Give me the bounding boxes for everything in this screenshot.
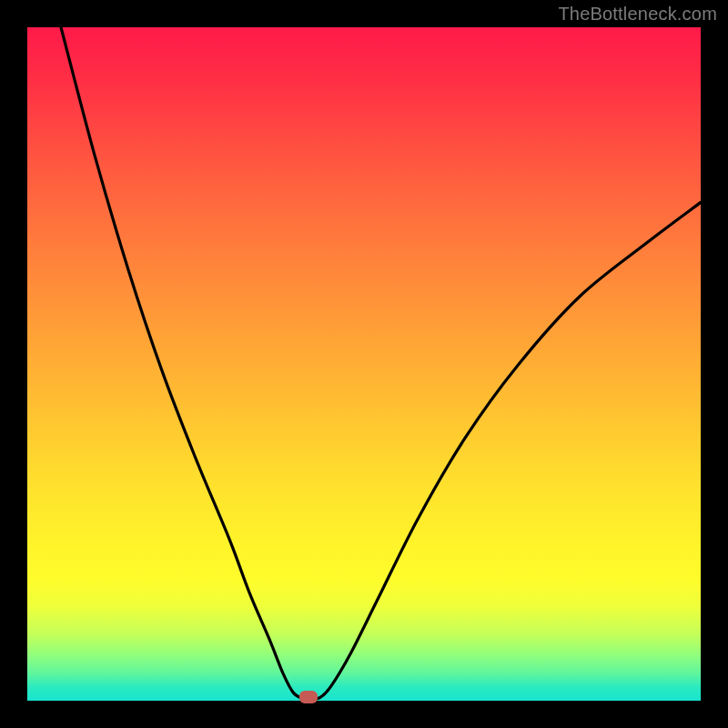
optimal-marker: [299, 691, 318, 703]
chart-frame: TheBottleneck.com: [0, 0, 728, 728]
watermark-text: TheBottleneck.com: [558, 4, 717, 25]
bottleneck-curve: [61, 27, 701, 700]
plot-area: [27, 27, 701, 701]
curve-svg: [27, 27, 701, 701]
